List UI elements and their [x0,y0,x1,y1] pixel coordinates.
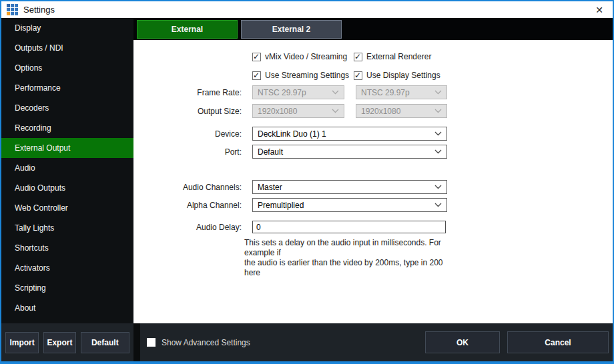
device-value: DeckLink Duo (1) 1 [258,129,326,139]
use-display-settings-row: Use Display Settings [354,71,440,80]
alpha-channel-select[interactable]: Premultiplied [252,198,447,212]
chevron-down-icon [434,185,442,189]
use-display-settings-label: Use Display Settings [366,71,440,80]
external-renderer-row: External Renderer [354,52,431,61]
port-select[interactable]: Default [252,145,447,159]
sidebar-item-outputs-ndi[interactable]: Outputs / NDI [1,38,133,58]
tab-external-2[interactable]: External 2 [241,20,342,39]
frame-rate-value-right: NTSC 29.97p [361,88,410,97]
frame-rate-label: Frame Rate: [133,88,242,97]
title-bar: Settings ✕ [1,1,613,18]
alpha-channel-value: Premultiplied [258,201,304,210]
sidebar-item-decoders[interactable]: Decoders [1,98,133,118]
output-size-select-left: 1920x1080 [252,104,344,118]
audio-channels-select[interactable]: Master [252,180,447,194]
sidebar-item-audio-outputs[interactable]: Audio Outputs [1,178,133,198]
sidebar-item-audio[interactable]: Audio [1,158,133,178]
output-size-label: Output Size: [133,107,242,116]
output-size-value-left: 1920x1080 [258,107,297,116]
bottom-bar: Show Advanced Settings OK Cancel [133,323,613,361]
audio-channels-row: Audio Channels: Master [133,180,447,194]
audio-delay-label: Audio Delay: [133,223,242,232]
bottom-bar-panel: Show Advanced Settings OK Cancel [140,323,613,361]
chevron-down-icon [434,149,442,154]
tab-external[interactable]: External [137,20,238,39]
window-title: Settings [23,5,55,15]
sidebar-footer: Import Export Default [1,323,133,361]
frame-rate-select-right: NTSC 29.97p [356,85,447,99]
vmix-logo-icon [7,4,18,15]
cancel-button[interactable]: Cancel [507,331,609,353]
sidebar-item-activators[interactable]: Activators [1,258,133,278]
sidebar-item-scripting[interactable]: Scripting [1,278,133,298]
chevron-down-icon [332,109,339,113]
use-streaming-settings-row: Use Streaming Settings [252,71,349,80]
chevron-down-icon [332,90,339,95]
device-select[interactable]: DeckLink Duo (1) 1 [252,127,447,141]
port-row: Port: Default [133,145,447,159]
port-label: Port: [133,147,242,157]
use-streaming-settings-label: Use Streaming Settings [265,71,349,80]
output-size-value-right: 1920x1080 [361,107,400,116]
chevron-down-icon [434,203,442,207]
export-button[interactable]: Export [43,332,75,353]
audio-channels-label: Audio Channels: [133,183,242,192]
sidebar-item-shortcuts[interactable]: Shortcuts [1,238,133,258]
settings-window: Settings ✕ Display Outputs / NDI Options… [0,0,614,364]
chevron-down-icon [434,90,442,95]
device-row: Device: DeckLink Duo (1) 1 [133,127,447,141]
chevron-down-icon [434,109,442,113]
device-label: Device: [133,129,242,139]
use-display-settings-checkbox[interactable] [354,71,362,80]
sidebar-item-about[interactable]: About [1,298,133,318]
chevron-down-icon [434,131,442,136]
import-button[interactable]: Import [5,332,39,353]
alpha-channel-label: Alpha Channel: [133,201,242,210]
audio-delay-input[interactable] [252,221,446,233]
audio-delay-help-text: This sets a delay on the audio input in … [244,238,451,278]
audio-channels-value: Master [258,183,282,192]
external-renderer-label: External Renderer [366,52,431,61]
frame-rate-row: Frame Rate: NTSC 29.97p NTSC 29.97p [133,85,447,99]
default-button[interactable]: Default [81,332,129,353]
vmix-video-streaming-label: vMix Video / Streaming [265,52,347,61]
show-advanced-settings-checkbox[interactable] [147,338,156,347]
settings-sidebar: Display Outputs / NDI Options Performanc… [1,18,133,361]
external-output-panel: vMix Video / Streaming External Renderer… [133,40,613,323]
help-text-line-2: the audio is earlier than the video by 2… [244,258,451,278]
sidebar-item-tally-lights[interactable]: Tally Lights [1,218,133,238]
output-size-row: Output Size: 1920x1080 1920x1080 [133,104,447,118]
external-renderer-checkbox[interactable] [354,53,362,61]
port-value: Default [258,147,283,157]
alpha-channel-row: Alpha Channel: Premultiplied [133,198,447,212]
sidebar-item-display[interactable]: Display [1,18,133,38]
show-advanced-settings-label: Show Advanced Settings [162,338,250,347]
use-streaming-settings-checkbox[interactable] [252,71,261,80]
output-size-select-right: 1920x1080 [356,104,447,118]
vmix-video-streaming-row: vMix Video / Streaming [252,52,347,61]
close-icon[interactable]: ✕ [586,1,613,18]
sidebar-item-performance[interactable]: Performance [1,78,133,98]
sidebar-item-options[interactable]: Options [1,58,133,78]
ok-button[interactable]: OK [425,331,500,353]
sidebar-item-recording[interactable]: Recording [1,118,133,138]
tab-strip: External External 2 [133,18,613,40]
help-text-line-1: This sets a delay on the audio input in … [244,238,451,258]
vmix-video-streaming-checkbox[interactable] [252,53,261,61]
audio-delay-row: Audio Delay: [133,220,446,234]
frame-rate-select-left: NTSC 29.97p [252,85,344,99]
sidebar-item-web-controller[interactable]: Web Controller [1,198,133,218]
frame-rate-value-left: NTSC 29.97p [258,88,306,97]
sidebar-item-external-output[interactable]: External Output [1,138,133,158]
